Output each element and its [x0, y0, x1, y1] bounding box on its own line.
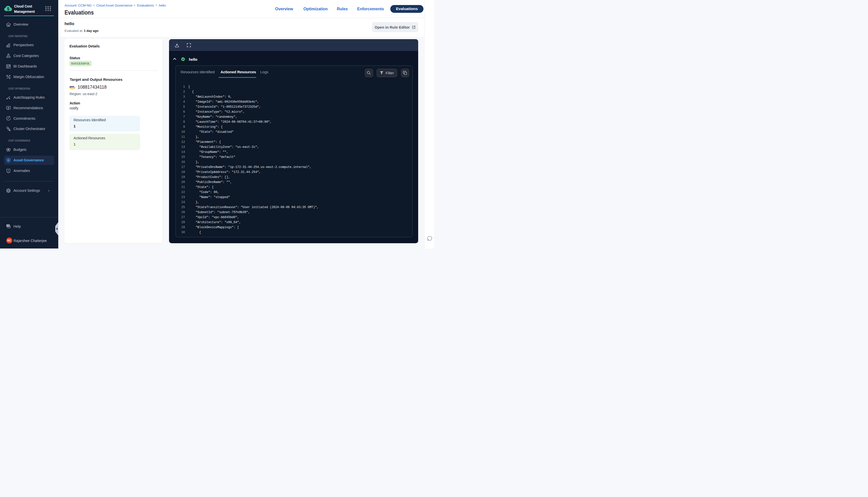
svg-text:?: ?: [7, 224, 9, 227]
svg-text:aws: aws: [70, 85, 74, 88]
svg-text:$: $: [7, 6, 10, 11]
